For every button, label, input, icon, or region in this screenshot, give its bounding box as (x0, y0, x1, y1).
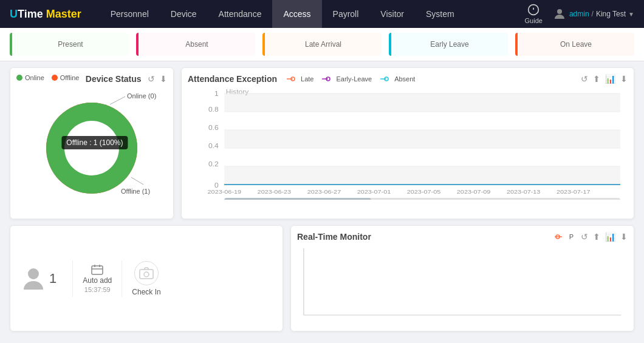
donut-chart-area: Online (0) Offline (1) Offline : 1 (100%… (16, 87, 167, 203)
status-card-present[interactable]: Present (10, 33, 129, 56)
device-download-button[interactable]: ⬇ (160, 74, 167, 84)
attendance-header: Attendance Exception Late Early-Leave (188, 74, 628, 84)
guide-icon (527, 4, 540, 16)
realtime-legend-icon (555, 234, 567, 239)
logo-master: Master (46, 8, 81, 20)
svg-rect-11 (92, 266, 103, 274)
y-label-0: 0 (214, 182, 219, 189)
nav-device[interactable]: Device (160, 0, 208, 28)
header: UTime Master Personnel Device Attendance… (0, 0, 644, 28)
offline-label-line (131, 177, 143, 185)
status-card-late[interactable]: Late Arrival (262, 33, 382, 56)
status-card-early[interactable]: Early Leave (389, 33, 508, 56)
attendance-legend: Late Early-Leave Absen (287, 75, 415, 83)
realtime-upload-button[interactable]: ⬆ (593, 232, 600, 242)
scrollbar-thumb[interactable] (224, 198, 371, 200)
status-card-absent[interactable]: Absent (136, 33, 255, 56)
row1: Online Offline Device Status ↺ ⬇ (10, 67, 634, 219)
user-info[interactable]: admin / King Test ▼ (552, 7, 634, 21)
offline-legend-label: Offline (60, 74, 80, 81)
nav-personnel[interactable]: Personnel (100, 0, 160, 28)
realtime-title: Real-Time Monitor (297, 232, 371, 242)
attendance-chart-svg: 0 0.2 0.4 0.6 0.8 1 History (188, 87, 628, 200)
nav-attendance[interactable]: Attendance (208, 0, 273, 28)
legend-early-leave: Early-Leave (322, 75, 372, 83)
x-label-5: 2023-07-09 (457, 189, 491, 195)
early-leave-legend-icon (322, 76, 334, 81)
x-label-3: 2023-07-01 (357, 189, 391, 195)
realtime-header: Real-Time Monitor P ↺ ⬆ 📊 ⬇ (297, 232, 628, 242)
absent-label: Absent (185, 40, 208, 49)
early-label: Early Leave (430, 40, 468, 49)
nav-visitor[interactable]: Visitor (369, 0, 415, 28)
chevron-down-icon: ▼ (628, 11, 634, 18)
user-avatar-icon (552, 7, 567, 21)
y-label-04: 0.4 (208, 143, 219, 149)
realtime-legend: P (555, 233, 574, 240)
main-content: Online Offline Device Status ↺ ⬇ (0, 61, 644, 343)
legend-online: Online (16, 74, 44, 81)
absent-legend-icon (380, 76, 392, 81)
attendance-upload-button[interactable]: ⬆ (593, 74, 600, 84)
y-label-08: 0.8 (208, 106, 219, 113)
row2: 1 Auto add 15:37:59 (10, 225, 634, 331)
x-label-2: 2023-06-27 (307, 189, 341, 195)
attendance-actions: ↺ ⬆ 📊 ⬇ (581, 74, 628, 84)
attendance-chart-area: 0 0.2 0.4 0.6 0.8 1 History (188, 87, 628, 200)
attendance-exception-panel: Attendance Exception Late Early-Leave (181, 67, 634, 219)
auto-add-label: Auto add (83, 276, 112, 285)
nav-system[interactable]: System (415, 0, 465, 28)
device-refresh-button[interactable]: ↺ (148, 74, 155, 84)
online-dot (16, 75, 22, 81)
realtime-refresh-button[interactable]: ↺ (581, 232, 588, 242)
donut-chart: Online (0) Offline (1) (31, 87, 152, 203)
absent-legend-label: Absent (394, 75, 415, 83)
auto-add-time: 15:37:59 (84, 286, 111, 293)
status-row: Present Absent Late Arrival Early Leave … (0, 28, 644, 61)
user-separator: / (592, 10, 594, 18)
svg-point-16 (144, 272, 149, 277)
present-label: Present (58, 40, 83, 49)
checkin-section: Check In (132, 261, 160, 296)
user-name: admin (569, 10, 589, 18)
realtime-chart-area (297, 245, 628, 324)
band-3 (224, 166, 620, 185)
y-label-1: 1 (214, 90, 219, 97)
legend-absent: Absent (380, 75, 415, 83)
user-icon (22, 267, 44, 291)
header-right: Guide admin / King Test ▼ (525, 4, 634, 24)
online-label-text: Online (0) (127, 92, 156, 100)
band-2 (224, 130, 620, 148)
user-count: 1 (49, 271, 57, 287)
donut-hole (64, 121, 119, 175)
x-label-1: 2023-06-23 (258, 189, 292, 195)
svg-point-10 (28, 268, 39, 279)
device-legend: Online Offline (16, 74, 79, 81)
guide-button[interactable]: Guide (525, 4, 543, 24)
y-label-06: 0.6 (208, 124, 219, 131)
bottom-left-panel: 1 Auto add 15:37:59 (10, 225, 283, 331)
nav-payroll[interactable]: Payroll (322, 0, 370, 28)
logo: UTime Master (10, 8, 81, 21)
nav-access[interactable]: Access (272, 0, 321, 28)
auto-add-icon (91, 264, 103, 275)
realtime-chart-button[interactable]: 📊 (605, 232, 615, 242)
legend-offline: Offline (52, 74, 80, 81)
x-label-0: 2023-06-19 (208, 189, 242, 195)
camera-svg (139, 267, 154, 279)
divider-2 (122, 260, 122, 297)
online-legend-label: Online (25, 74, 44, 81)
realtime-download-button[interactable]: ⬇ (620, 232, 628, 242)
history-label: History (226, 89, 249, 95)
attendance-refresh-button[interactable]: ↺ (581, 74, 588, 84)
guide-label: Guide (525, 17, 543, 24)
late-legend-label: Late (301, 75, 313, 83)
band-1 (224, 93, 620, 112)
status-card-onleave[interactable]: On Leave (515, 33, 634, 56)
x-label-6: 2023-07-13 (507, 189, 541, 195)
device-status-panel: Online Offline Device Status ↺ ⬇ (10, 67, 174, 219)
attendance-download-button[interactable]: ⬇ (620, 74, 628, 84)
device-status-title: Device Status (86, 74, 142, 84)
x-label-4: 2023-07-05 (407, 189, 441, 195)
attendance-chart-button[interactable]: 📊 (605, 74, 615, 84)
